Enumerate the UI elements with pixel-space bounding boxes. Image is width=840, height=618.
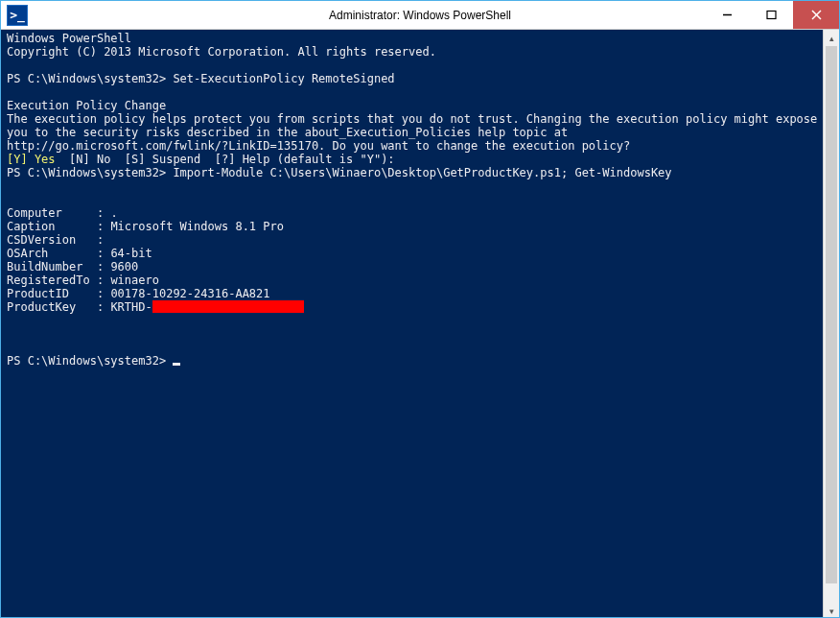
vertical-scrollbar[interactable]: ▴ ▾ xyxy=(823,30,839,618)
console-area: Windows PowerShell Copyright (C) 2013 Mi… xyxy=(1,30,839,618)
scrollbar-track[interactable] xyxy=(824,46,839,603)
window-controls xyxy=(705,1,839,29)
command-text: Import-Module C:\Users\Winaero\Desktop\G… xyxy=(173,166,671,179)
output-computer: . xyxy=(110,206,117,220)
scroll-down-button[interactable]: ▾ xyxy=(824,603,839,618)
output-caption: Microsoft Windows 8.1 Pro xyxy=(110,220,284,233)
window-titlebar: >_ Administrator: Windows PowerShell xyxy=(1,1,839,30)
output-osarch: 64-bit xyxy=(110,247,152,260)
banner-line: Windows PowerShell xyxy=(7,32,131,45)
choice-yes: [Y] Yes xyxy=(7,153,56,166)
command-text: Set-ExecutionPolicy RemoteSigned xyxy=(173,72,394,85)
policy-header: Execution Policy Change xyxy=(7,99,166,112)
minimize-button[interactable] xyxy=(705,1,749,29)
prompt: PS C:\Windows\system32> xyxy=(7,354,173,368)
prompt: PS C:\Windows\system32> xyxy=(7,72,173,85)
powershell-icon: >_ xyxy=(7,5,28,26)
prompt: PS C:\Windows\system32> xyxy=(7,166,173,179)
window-title: Administrator: Windows PowerShell xyxy=(329,9,511,22)
output-buildnumber: 9600 xyxy=(110,260,138,273)
policy-body: The execution policy helps protect you f… xyxy=(7,112,817,126)
output-productid: 00178-10292-24316-AA821 xyxy=(110,287,269,300)
banner-line: Copyright (C) 2013 Microsoft Corporation… xyxy=(7,45,436,59)
maximize-icon xyxy=(766,10,777,20)
minimize-icon xyxy=(722,10,733,20)
maximize-button[interactable] xyxy=(749,1,793,29)
svg-rect-1 xyxy=(767,12,776,19)
policy-body: http://go.microsoft.com/fwlink/?LinkID=1… xyxy=(7,139,630,153)
scroll-up-button[interactable]: ▴ xyxy=(824,30,839,46)
choice-rest: [N] No [S] Suspend [?] Help (default is … xyxy=(56,153,395,166)
powershell-icon-glyph: >_ xyxy=(10,9,25,21)
output-registeredto: winaero xyxy=(110,273,159,287)
close-icon xyxy=(811,10,822,20)
powershell-console[interactable]: Windows PowerShell Copyright (C) 2013 Mi… xyxy=(1,30,823,618)
close-button[interactable] xyxy=(793,1,839,29)
text-cursor xyxy=(173,363,180,366)
output-productkey-visible: KRTHD- xyxy=(110,300,152,314)
redaction-bar xyxy=(152,300,304,313)
scrollbar-thumb[interactable] xyxy=(826,46,837,583)
policy-body: you to the security risks described in t… xyxy=(7,126,568,139)
